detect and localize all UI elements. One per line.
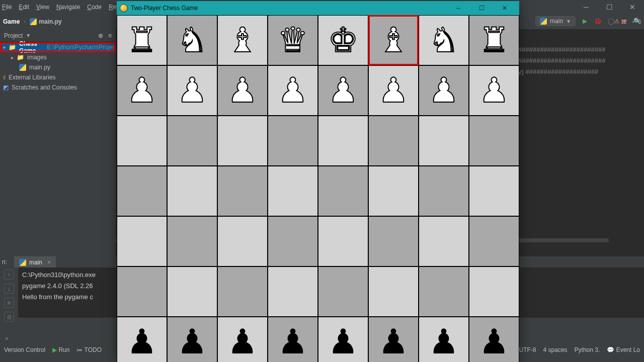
tree-scratches[interactable]: ◩ Scratches and Consoles xyxy=(0,82,116,93)
board-square[interactable] xyxy=(268,116,318,166)
piece-bP[interactable]: ♟ xyxy=(479,325,510,359)
board-square[interactable]: ♟ xyxy=(268,65,318,116)
board-square[interactable] xyxy=(217,116,268,166)
board-square[interactable]: ♚ xyxy=(318,15,368,65)
board-square[interactable] xyxy=(268,166,318,216)
menu-code[interactable]: Code xyxy=(87,4,102,11)
board-square[interactable]: ♟ xyxy=(117,65,167,116)
board-square[interactable] xyxy=(117,216,167,266)
piece-bP[interactable]: ♟ xyxy=(127,325,157,359)
tool-version-control[interactable]: Version Control xyxy=(4,346,45,353)
board-square[interactable] xyxy=(117,266,167,317)
board-square[interactable]: ♟ xyxy=(167,65,217,116)
board-square[interactable] xyxy=(167,116,217,166)
piece-wB[interactable]: ♝ xyxy=(227,23,258,57)
piece-wP[interactable]: ♟ xyxy=(328,73,359,108)
board-square[interactable] xyxy=(368,116,419,166)
board-square[interactable]: ♜ xyxy=(469,15,519,65)
soft-wrap-icon[interactable]: ≡ xyxy=(4,298,14,308)
board-square[interactable]: ♟ xyxy=(217,317,268,362)
board-square[interactable]: ♟ xyxy=(318,317,368,362)
run-icon[interactable]: ▶ xyxy=(581,17,589,25)
board-square[interactable] xyxy=(368,216,419,266)
board-square[interactable]: ♟ xyxy=(318,65,368,116)
board-square[interactable] xyxy=(167,166,217,216)
inspection-badges[interactable]: ⚠12 ✔6 xyxy=(614,18,641,25)
board-square[interactable]: ♟ xyxy=(419,65,469,116)
piece-bP[interactable]: ♟ xyxy=(378,325,409,359)
project-tool-header[interactable]: Project ▼ ⊕ ≡ xyxy=(0,29,116,42)
menu-file[interactable]: File xyxy=(2,4,12,11)
board-square[interactable] xyxy=(469,216,519,266)
locate-icon[interactable]: ⊕ xyxy=(98,32,103,39)
board-square[interactable]: ♟ xyxy=(368,317,419,362)
print-icon[interactable]: ⎙ xyxy=(4,312,14,322)
piece-wP[interactable]: ♟ xyxy=(177,73,208,108)
board-square[interactable]: ♟ xyxy=(469,317,519,362)
board-square[interactable] xyxy=(268,266,318,317)
board-square[interactable]: ♝ xyxy=(217,15,268,65)
piece-wN[interactable]: ♞ xyxy=(429,23,459,57)
pygame-minimize-button[interactable]: ─ xyxy=(447,1,470,15)
board-square[interactable] xyxy=(469,116,519,166)
close-icon[interactable]: × xyxy=(47,259,51,266)
piece-wR[interactable]: ♜ xyxy=(479,23,510,57)
board-square[interactable] xyxy=(419,166,469,216)
breadcrumb-project[interactable]: Game xyxy=(3,18,20,25)
board-square[interactable] xyxy=(419,116,469,166)
board-square[interactable] xyxy=(268,216,318,266)
ide-maximize-button[interactable]: ☐ xyxy=(598,0,621,14)
board-square[interactable]: ♟ xyxy=(419,317,469,362)
board-square[interactable] xyxy=(469,266,519,317)
tree-file-main[interactable]: main.py xyxy=(0,62,116,72)
run-tab[interactable]: main × xyxy=(14,256,56,267)
board-square[interactable] xyxy=(167,216,217,266)
menu-edit[interactable]: Edit xyxy=(19,4,29,11)
piece-wP[interactable]: ♟ xyxy=(278,73,308,108)
board-square[interactable] xyxy=(117,116,167,166)
board-square[interactable] xyxy=(318,116,368,166)
menu-view[interactable]: View xyxy=(36,4,49,11)
piece-wP[interactable]: ♟ xyxy=(378,73,409,108)
board-square[interactable] xyxy=(117,166,167,216)
event-log[interactable]: 💬 Event Lo xyxy=(607,346,640,353)
status-interpreter[interactable]: Python 3. xyxy=(575,346,600,353)
board-square[interactable]: ♛ xyxy=(268,15,318,65)
pygame-close-button[interactable]: ✕ xyxy=(493,1,516,15)
board-square[interactable]: ♟ xyxy=(217,65,268,116)
board-square[interactable] xyxy=(318,216,368,266)
ide-close-button[interactable]: ✕ xyxy=(621,0,644,14)
board-square[interactable]: ♟ xyxy=(368,65,419,116)
piece-wP[interactable]: ♟ xyxy=(227,73,258,108)
tree-folder-images[interactable]: ▸ 📁 images xyxy=(0,52,116,62)
tree-external-libraries[interactable]: ⫴ External Libraries xyxy=(0,72,116,82)
collapse-icon[interactable]: ≡ xyxy=(108,32,112,39)
coverage-icon[interactable]: ◯ xyxy=(607,17,615,25)
board-square[interactable] xyxy=(469,166,519,216)
status-encoding[interactable]: UTF-8 xyxy=(519,346,536,353)
piece-wP[interactable]: ♟ xyxy=(429,73,459,108)
pygame-titlebar[interactable]: Two-Player Chess Game ─ ☐ ✕ xyxy=(117,1,519,15)
board-square[interactable] xyxy=(419,216,469,266)
scroll-up-icon[interactable]: ↑ xyxy=(4,269,14,280)
tool-todo[interactable]: ≔ TODO xyxy=(76,346,102,353)
run-config-selector[interactable]: main ▼ xyxy=(535,16,576,26)
piece-wK[interactable]: ♚ xyxy=(328,23,359,57)
board-square[interactable] xyxy=(318,266,368,317)
board-square[interactable]: ♟ xyxy=(117,317,167,362)
expand-icon[interactable]: » xyxy=(5,335,9,342)
piece-bP[interactable]: ♟ xyxy=(227,325,258,359)
board-square[interactable]: ♝ xyxy=(368,15,419,65)
board-square[interactable]: ♞ xyxy=(419,15,469,65)
breadcrumb-file[interactable]: main.py xyxy=(30,18,61,25)
piece-bP[interactable]: ♟ xyxy=(278,325,308,359)
board-square[interactable] xyxy=(217,166,268,216)
pygame-maximize-button[interactable]: ☐ xyxy=(470,1,493,15)
piece-wR[interactable]: ♜ xyxy=(127,23,157,57)
status-indent[interactable]: 4 spaces xyxy=(543,346,568,353)
piece-bP[interactable]: ♟ xyxy=(328,325,359,359)
board-square[interactable]: ♜ xyxy=(117,15,167,65)
board-square[interactable] xyxy=(217,266,268,317)
chess-board[interactable]: ♜♞♝♛♚♝♞♜♟♟♟♟♟♟♟♟♟♟♟♟♟♟♟♟♜♞♝♛♚♝♞♜ xyxy=(117,15,519,362)
board-square[interactable]: ♟ xyxy=(268,317,318,362)
